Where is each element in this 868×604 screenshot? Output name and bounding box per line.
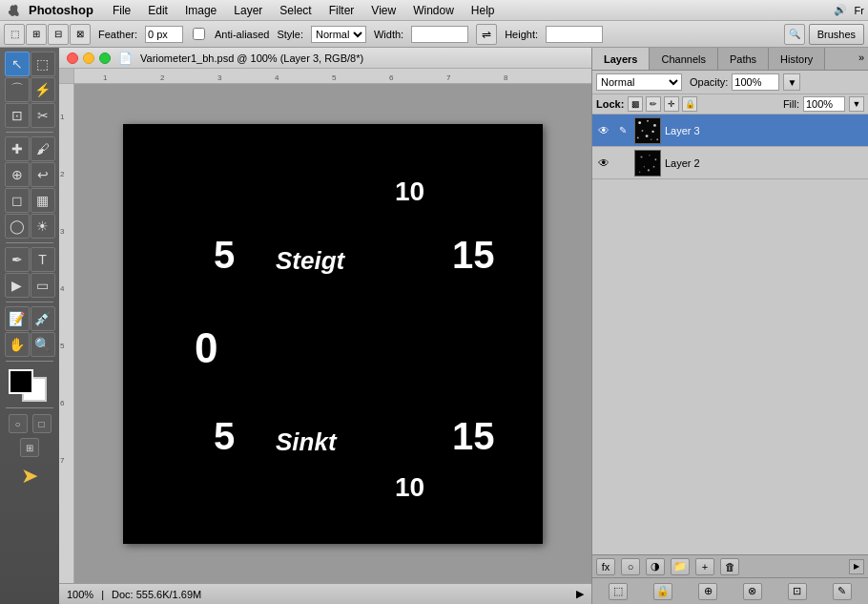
foreground-color[interactable] — [9, 369, 33, 394]
menu-filter[interactable]: Filter — [321, 2, 362, 19]
move-tool[interactable]: ↖ — [5, 52, 30, 76]
ruler-vertical: 1 2 3 4 5 6 7 — [59, 84, 74, 583]
eyedropper-tool[interactable]: 💉 — [31, 306, 55, 331]
add-mask-btn[interactable]: ○ — [621, 558, 640, 575]
menu-select[interactable]: Select — [272, 2, 319, 19]
extra-btn-1[interactable]: ⬚ — [609, 583, 628, 600]
swap-wh-btn[interactable]: ⇌ — [476, 24, 497, 45]
tab-paths[interactable]: Paths — [718, 48, 769, 70]
crop-tool[interactable]: ⊡ — [5, 103, 30, 128]
blend-mode-select[interactable]: Normal — [596, 73, 682, 91]
close-button[interactable] — [67, 52, 78, 64]
new-selection-btn[interactable]: ⬚ — [4, 24, 25, 45]
minimize-button[interactable] — [83, 52, 94, 64]
tab-history[interactable]: History — [769, 48, 825, 70]
menu-window[interactable]: Window — [405, 2, 462, 19]
lock-all-btn[interactable]: 🔒 — [682, 96, 697, 112]
menu-edit[interactable]: Edit — [140, 2, 176, 19]
extra-btn-2[interactable]: 🔒 — [653, 583, 672, 600]
canvas-wrapper: 10 5 Steigt 15 0 5 Sinkt 15 10 — [123, 124, 543, 544]
extra-btn-6[interactable]: ✎ — [833, 583, 852, 600]
tab-layers[interactable]: Layers — [592, 48, 650, 70]
tab-channels[interactable]: Channels — [650, 48, 717, 70]
slice-tool[interactable]: ✂ — [31, 103, 55, 128]
blur-tool[interactable]: ◯ — [5, 214, 30, 239]
main-area: ↖ ⬚ ⌒ ⚡ ⊡ ✂ ✚ 🖌 ⊕ ↩ ◻ ▦ ◯ ☀ ✒ — [0, 48, 868, 604]
lock-pixels-btn[interactable]: ✏ — [646, 96, 661, 112]
standard-mode-btn[interactable]: □ — [32, 414, 52, 433]
marquee-tool-options: ⬚ ⊞ ⊟ ⊠ — [4, 24, 91, 45]
lock-transparent-btn[interactable]: ▩ — [628, 96, 643, 112]
svg-rect-10 — [635, 151, 660, 176]
clone-tool[interactable]: ⊕ — [5, 162, 30, 187]
style-select[interactable]: Normal — [311, 26, 366, 43]
antialias-checkbox[interactable] — [193, 28, 205, 40]
layer-item-2[interactable]: 👁 — [592, 147, 868, 179]
menu-help[interactable]: Help — [464, 2, 503, 19]
options-bar: ⬚ ⊞ ⊟ ⊠ Feather: Anti-aliased Style: Nor… — [0, 21, 868, 48]
zoom-tool[interactable]: 🔍 — [31, 332, 55, 357]
add-selection-btn[interactable]: ⊞ — [26, 24, 47, 45]
gradient-tool[interactable]: ▦ — [31, 188, 55, 213]
quick-mask-btn[interactable]: ○ — [9, 414, 28, 433]
path-select-tool[interactable]: ▶ — [5, 273, 30, 298]
opacity-arrow-btn[interactable]: ▼ — [783, 73, 800, 91]
panel-expand-btn[interactable]: » — [855, 48, 868, 70]
layer-item-3[interactable]: 👁 ✎ — [592, 115, 868, 147]
screen-mode-btn[interactable]: ⊞ — [20, 438, 39, 457]
cursor-indicator: ➤ — [21, 464, 38, 489]
marquee-tool[interactable]: ⬚ — [31, 52, 55, 76]
dodge-tool[interactable]: ☀ — [31, 214, 55, 239]
panel-options-btn[interactable]: ▶ — [849, 559, 864, 574]
delete-layer-btn[interactable]: 🗑 — [720, 558, 739, 575]
maximize-button[interactable] — [99, 52, 111, 64]
height-input[interactable] — [546, 26, 603, 43]
fill-arrow-btn[interactable]: ▼ — [849, 96, 864, 112]
menu-file[interactable]: File — [105, 2, 138, 19]
zoom-btn[interactable]: 🔍 — [784, 24, 805, 45]
new-group-btn[interactable]: 📁 — [671, 558, 690, 575]
menu-image[interactable]: Image — [177, 2, 224, 19]
statusbar-arrow[interactable]: ▶ — [576, 588, 584, 600]
menubar: Photoshop File Edit Image Layer Select F… — [0, 0, 868, 21]
new-layer-btn[interactable]: + — [695, 558, 714, 575]
layer-3-visibility[interactable]: 👁 — [596, 123, 611, 138]
extra-btn-3[interactable]: ⊕ — [698, 583, 717, 600]
extra-btn-5[interactable]: ⊡ — [788, 583, 807, 600]
hand-tool[interactable]: ✋ — [5, 332, 30, 357]
healing-brush-tool[interactable]: ✚ — [5, 136, 30, 161]
eraser-tool[interactable]: ◻ — [5, 188, 30, 213]
feather-input[interactable] — [145, 26, 183, 43]
width-input[interactable] — [411, 26, 468, 43]
panel-extra-bottom: ⬚ 🔒 ⊕ ⊗ ⊡ ✎ — [592, 577, 868, 604]
document-icon: 📄 — [118, 52, 133, 65]
right-text: Fr — [855, 5, 864, 16]
notes-tool[interactable]: 📝 — [5, 306, 30, 331]
brush-tool[interactable]: 🖌 — [31, 136, 55, 161]
menu-view[interactable]: View — [363, 2, 403, 19]
opacity-input[interactable] — [732, 73, 779, 91]
fill-input[interactable] — [803, 96, 845, 112]
svg-point-17 — [648, 169, 650, 171]
type-tool[interactable]: T — [31, 247, 55, 272]
shape-tool[interactable]: ▭ — [31, 273, 55, 298]
new-adjustment-btn[interactable]: ◑ — [646, 558, 665, 575]
pen-tool[interactable]: ✒ — [5, 247, 30, 272]
extra-btn-4[interactable]: ⊗ — [743, 583, 762, 600]
history-brush-tool[interactable]: ↩ — [31, 162, 55, 187]
statusbar: 100% | Doc: 555.6K/1.69M ▶ — [59, 583, 591, 604]
brushes-button[interactable]: Brushes — [809, 24, 864, 45]
apple-menu[interactable] — [4, 1, 23, 20]
layer-styles-btn[interactable]: fx — [596, 558, 615, 575]
canvas-scroll-area[interactable]: 10 5 Steigt 15 0 5 Sinkt 15 10 — [74, 84, 591, 583]
lock-position-btn[interactable]: ✛ — [664, 96, 679, 112]
canvas-text-15-right-bot: 15 — [452, 415, 495, 458]
sub-selection-btn[interactable]: ⊟ — [48, 24, 69, 45]
document-canvas[interactable]: 10 5 Steigt 15 0 5 Sinkt 15 10 — [123, 124, 543, 544]
lasso-tool[interactable]: ⌒ — [5, 77, 30, 102]
menubar-right: 🔊 Fr — [834, 4, 864, 16]
magic-wand-tool[interactable]: ⚡ — [31, 77, 55, 102]
layer-2-visibility[interactable]: 👁 — [596, 156, 611, 171]
menu-layer[interactable]: Layer — [226, 2, 270, 19]
intersect-selection-btn[interactable]: ⊠ — [70, 24, 91, 45]
